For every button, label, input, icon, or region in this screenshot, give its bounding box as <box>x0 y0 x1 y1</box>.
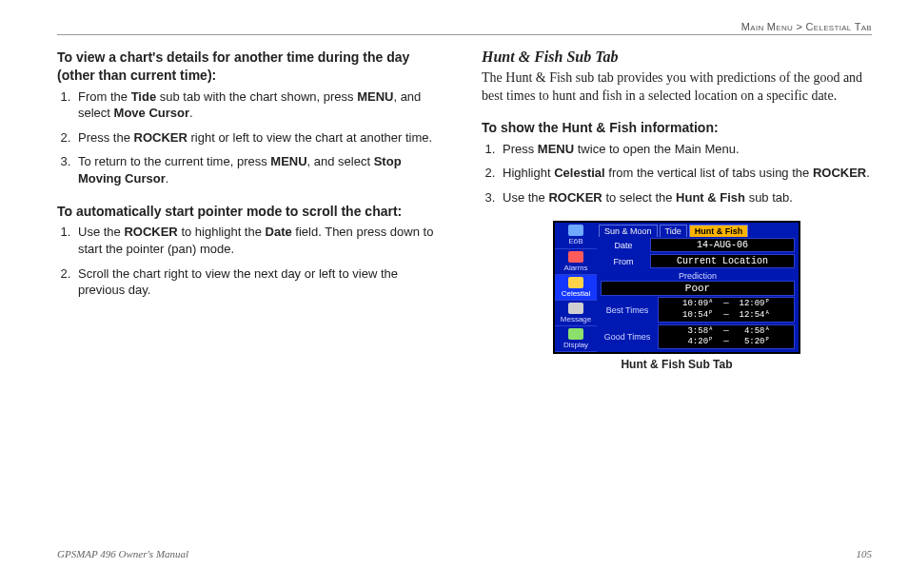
breadcrumb-sep: > <box>793 21 805 32</box>
date-label: Date <box>601 241 646 250</box>
screenshot-caption: Hunt & Fish Sub Tab <box>482 358 872 371</box>
left-list-1: From the Tide sub tab with the chart sho… <box>74 88 447 187</box>
tab-tide[interactable]: Tide <box>660 225 687 237</box>
list-item: Highlight Celestial from the vertical li… <box>499 165 872 182</box>
left-list-2: Use the ROCKER to highlight the Date fie… <box>74 224 447 298</box>
prediction-value: Poor <box>601 281 795 296</box>
good-times-label: Good Times <box>601 332 654 342</box>
right-column: Hunt & Fish Sub Tab The Hunt & Fish sub … <box>482 49 872 371</box>
list-item: Scroll the chart right to view the next … <box>74 265 447 299</box>
from-field[interactable]: Current Location <box>650 254 795 268</box>
sidebar-item-display[interactable]: Display <box>555 326 597 352</box>
left-column: To view a chart's details for another ti… <box>57 49 447 371</box>
best-times-value: 10:09ᴬ — 12:09ᴾ 10:54ᴾ — 12:54ᴬ <box>658 297 795 323</box>
right-list-1: Press MENU twice to open the Main Menu. … <box>499 141 872 206</box>
screenshot-wrap: E6B Alarms Celestial Message Display Sun… <box>482 221 872 371</box>
breadcrumb: Main Menu > Celestial Tab <box>57 21 872 32</box>
sidebar-item-message[interactable]: Message <box>555 301 597 326</box>
list-item: Press the ROCKER right or left to view t… <box>74 129 447 147</box>
message-icon <box>568 303 583 314</box>
gps-sidebar: E6B Alarms Celestial Message Display <box>555 223 597 352</box>
sidebar-item-alarms[interactable]: Alarms <box>555 249 597 275</box>
left-heading-1: To view a chart's details for another ti… <box>57 49 447 85</box>
display-icon <box>568 328 583 340</box>
sun-icon <box>568 277 583 288</box>
sidebar-item-label: Display <box>563 341 588 349</box>
left-heading-2: To automatically start pointer mode to s… <box>57 203 447 221</box>
footer-left: GPSMAP 496 Owner's Manual <box>57 548 188 559</box>
list-item: From the Tide sub tab with the chart sho… <box>74 88 447 122</box>
best-times-label: Best Times <box>601 305 654 315</box>
gps-screenshot: E6B Alarms Celestial Message Display Sun… <box>553 221 800 354</box>
list-item: Use the ROCKER to highlight the Date fie… <box>74 224 447 257</box>
sidebar-item-label: Celestial <box>562 289 591 298</box>
bell-icon <box>568 251 583 263</box>
list-item: To return to the current time, press MEN… <box>74 153 447 186</box>
sidebar-item-celestial[interactable]: Celestial <box>555 275 597 301</box>
sidebar-item-label: Message <box>561 315 591 323</box>
from-label: From <box>601 257 646 266</box>
list-item: Press MENU twice to open the Main Menu. <box>499 141 872 158</box>
list-item: Use the ROCKER to select the Hunt & Fish… <box>499 189 872 206</box>
right-heading-1: To show the Hunt & Fish information: <box>482 119 872 137</box>
section-title: Hunt & Fish Sub Tab <box>482 49 872 66</box>
page-number: 105 <box>857 548 873 559</box>
page-footer: GPSMAP 496 Owner's Manual 105 <box>57 548 872 559</box>
section-body: The Hunt & Fish sub tab provides you wit… <box>482 69 872 106</box>
prediction-label: Prediction <box>597 269 799 281</box>
date-field[interactable]: 14-AUG-06 <box>650 238 795 252</box>
breadcrumb-left: Main Menu <box>741 21 793 32</box>
gps-tabs: Sun & Moon Tide Hunt & Fish <box>597 223 799 237</box>
sidebar-item-label: E6B <box>568 237 582 245</box>
tab-hunt-fish[interactable]: Hunt & Fish <box>689 225 749 237</box>
breadcrumb-right: Celestial Tab <box>806 21 872 32</box>
header-rule <box>57 34 872 35</box>
gps-main-panel: Sun & Moon Tide Hunt & Fish Date 14-AUG-… <box>597 223 799 352</box>
sidebar-item-e6b[interactable]: E6B <box>555 223 597 248</box>
globe-icon <box>568 225 583 236</box>
good-times-value: 3:58ᴬ — 4:58ᴬ 4:20ᴾ — 5:20ᴾ <box>658 324 795 350</box>
sidebar-item-label: Alarms <box>564 264 588 272</box>
tab-sun-moon[interactable]: Sun & Moon <box>599 225 658 237</box>
